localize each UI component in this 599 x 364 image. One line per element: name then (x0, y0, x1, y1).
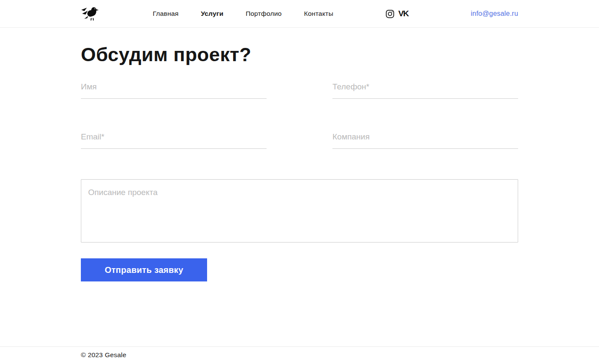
project-description-field[interactable] (81, 179, 518, 243)
company-field[interactable] (332, 130, 518, 149)
header-inner: Главная Услуги Портфолио Контакты VK inf… (81, 0, 518, 27)
submit-button[interactable]: Отправить заявку (81, 258, 207, 281)
vk-glyph: VK (398, 9, 408, 18)
copyright-text: © 2023 Gesale (81, 351, 126, 358)
page-title: Обсудим проект? (81, 44, 518, 66)
form-grid (81, 80, 518, 149)
social-icons: VK (385, 9, 408, 18)
nav-link-contacts[interactable]: Контакты (304, 10, 333, 18)
main-nav: Главная Услуги Портфолио Контакты (153, 10, 333, 18)
phone-field[interactable] (332, 80, 518, 99)
main-content: Обсудим проект? Отправить заявку (0, 28, 599, 346)
email-link[interactable]: info@gesale.ru (471, 10, 518, 18)
contact-form: Отправить заявку (81, 80, 518, 281)
nav-link-portfolio[interactable]: Портфолио (246, 10, 282, 18)
nav-link-services[interactable]: Услуги (201, 10, 223, 18)
nav-link-home[interactable]: Главная (153, 10, 178, 18)
logo-bird-icon[interactable] (81, 6, 101, 21)
vk-icon[interactable]: VK (398, 9, 408, 18)
instagram-icon[interactable] (385, 9, 394, 18)
header: Главная Услуги Портфолио Контакты VK inf… (0, 0, 599, 28)
email-field[interactable] (81, 130, 267, 149)
name-field[interactable] (81, 80, 267, 99)
footer: © 2023 Gesale (0, 346, 599, 364)
